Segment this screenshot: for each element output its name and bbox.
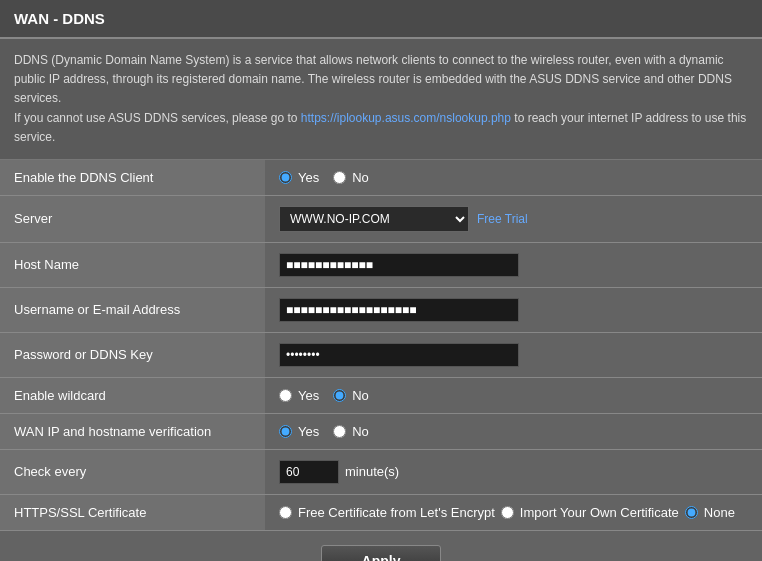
wan-verify-yes-radio[interactable]	[279, 425, 292, 438]
check-every-row: Check every minute(s)	[0, 449, 762, 494]
https-option1-label[interactable]: Free Certificate from Let's Encrypt	[279, 505, 495, 520]
enable-ddns-no-radio[interactable]	[333, 171, 346, 184]
enable-ddns-value: Yes No	[265, 160, 762, 196]
password-label: Password or DDNS Key	[0, 332, 265, 377]
password-value	[265, 332, 762, 377]
username-row: Username or E-mail Address	[0, 287, 762, 332]
https-label: HTTPS/SSL Certificate	[0, 494, 265, 530]
https-value: Free Certificate from Let's Encrypt Impo…	[265, 494, 762, 530]
https-option2-label[interactable]: Import Your Own Certificate	[501, 505, 679, 520]
description-area: DDNS (Dynamic Domain Name System) is a s…	[0, 39, 762, 160]
wan-verify-label: WAN IP and hostname verification	[0, 413, 265, 449]
apply-row: Apply	[0, 531, 762, 561]
hostname-row: Host Name	[0, 242, 762, 287]
description-line2: If you cannot use ASUS DDNS services, pl…	[14, 109, 748, 147]
password-row: Password or DDNS Key	[0, 332, 762, 377]
enable-ddns-yes-label[interactable]: Yes	[279, 170, 319, 185]
wildcard-radio-group: Yes No	[279, 388, 748, 403]
wildcard-value: Yes No	[265, 377, 762, 413]
wildcard-row: Enable wildcard Yes No	[0, 377, 762, 413]
enable-ddns-yes-radio[interactable]	[279, 171, 292, 184]
server-value: WWW.NO-IP.COM WWW.DYNDNS.ORG WWW.ASUS.CO…	[265, 195, 762, 242]
server-cell: WWW.NO-IP.COM WWW.DYNDNS.ORG WWW.ASUS.CO…	[279, 206, 748, 232]
description-line1: DDNS (Dynamic Domain Name System) is a s…	[14, 51, 748, 109]
asus-ddns-link[interactable]: https://iplookup.asus.com/nslookup.php	[301, 111, 511, 125]
wan-verify-row: WAN IP and hostname verification Yes No	[0, 413, 762, 449]
wan-verify-no-radio[interactable]	[333, 425, 346, 438]
wan-verify-no-label[interactable]: No	[333, 424, 369, 439]
enable-ddns-radio-group: Yes No	[279, 170, 748, 185]
check-every-label: Check every	[0, 449, 265, 494]
wildcard-label: Enable wildcard	[0, 377, 265, 413]
wildcard-yes-radio[interactable]	[279, 389, 292, 402]
https-option3-label[interactable]: None	[685, 505, 735, 520]
https-own-radio[interactable]	[501, 506, 514, 519]
page-container: WAN - DDNS DDNS (Dynamic Domain Name Sys…	[0, 0, 762, 561]
hostname-value	[265, 242, 762, 287]
check-every-unit: minute(s)	[345, 464, 399, 479]
https-letsencrypt-radio[interactable]	[279, 506, 292, 519]
https-none-radio[interactable]	[685, 506, 698, 519]
enable-ddns-no-label[interactable]: No	[333, 170, 369, 185]
https-radio-group: Free Certificate from Let's Encrypt Impo…	[279, 505, 748, 520]
check-every-value: minute(s)	[265, 449, 762, 494]
free-trial-link[interactable]: Free Trial	[477, 212, 528, 226]
server-label: Server	[0, 195, 265, 242]
enable-ddns-label: Enable the DDNS Client	[0, 160, 265, 196]
wan-verify-value: Yes No	[265, 413, 762, 449]
username-input[interactable]	[279, 298, 519, 322]
check-every-input[interactable]	[279, 460, 339, 484]
wildcard-no-radio[interactable]	[333, 389, 346, 402]
username-label: Username or E-mail Address	[0, 287, 265, 332]
wildcard-yes-label[interactable]: Yes	[279, 388, 319, 403]
https-row: HTTPS/SSL Certificate Free Certificate f…	[0, 494, 762, 530]
password-input[interactable]	[279, 343, 519, 367]
enable-ddns-row: Enable the DDNS Client Yes No	[0, 160, 762, 196]
hostname-label: Host Name	[0, 242, 265, 287]
server-row: Server WWW.NO-IP.COM WWW.DYNDNS.ORG WWW.…	[0, 195, 762, 242]
username-value	[265, 287, 762, 332]
page-title: WAN - DDNS	[0, 0, 762, 39]
wildcard-no-label[interactable]: No	[333, 388, 369, 403]
check-every-cell: minute(s)	[279, 460, 748, 484]
settings-table: Enable the DDNS Client Yes No Server	[0, 160, 762, 531]
hostname-input[interactable]	[279, 253, 519, 277]
wan-verify-yes-label[interactable]: Yes	[279, 424, 319, 439]
apply-button[interactable]: Apply	[321, 545, 442, 561]
server-select[interactable]: WWW.NO-IP.COM WWW.DYNDNS.ORG WWW.ASUS.CO…	[279, 206, 469, 232]
wan-verify-radio-group: Yes No	[279, 424, 748, 439]
